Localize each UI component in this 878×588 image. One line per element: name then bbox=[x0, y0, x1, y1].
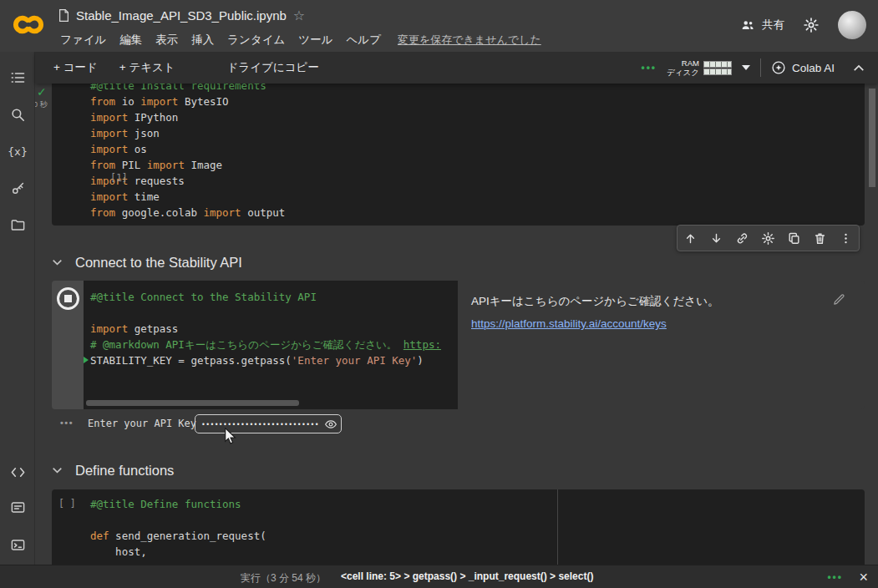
menu-runtime[interactable]: ランタイム bbox=[221, 33, 292, 48]
vertical-scrollbar[interactable] bbox=[869, 89, 875, 187]
code-token: PIL bbox=[115, 159, 147, 171]
menu-view[interactable]: 表示 bbox=[149, 33, 185, 48]
code-token: #@title Connect to the Stability API bbox=[90, 291, 317, 303]
code-token: def bbox=[90, 530, 109, 542]
mirror-cell-copy-icon[interactable] bbox=[781, 226, 807, 251]
copy-to-drive-button[interactable]: ドライブにコピー bbox=[227, 60, 319, 75]
menu-edit[interactable]: 編集 bbox=[113, 33, 149, 48]
star-icon[interactable]: ☆ bbox=[293, 9, 305, 23]
code-line: import time bbox=[90, 189, 865, 205]
notebook-title[interactable]: Stable_Image_API_SD3_Public.ipynb bbox=[76, 8, 287, 23]
colab-ai-button[interactable]: Colab AI bbox=[771, 60, 835, 75]
stop-execution-button[interactable] bbox=[57, 287, 79, 310]
save-status-link[interactable]: 変更を保存できませんでした bbox=[398, 33, 541, 48]
section-header-define[interactable]: Define functions bbox=[52, 460, 174, 480]
close-status-bar-icon[interactable]: × bbox=[859, 567, 868, 587]
colab-app: Stable_Image_API_SD3_Public.ipynb ☆ ファイル… bbox=[0, 0, 878, 588]
chevron-down-icon[interactable] bbox=[52, 467, 63, 474]
code-cell-define[interactable]: [ ] #@title Define functions def send_ge… bbox=[52, 489, 865, 565]
code-editor[interactable]: #@title Connect to the Stability API imp… bbox=[84, 281, 458, 409]
section-header-connect[interactable]: Connect to the Stability API bbox=[52, 252, 242, 272]
notebook-titlebar: Stable_Image_API_SD3_Public.ipynb ☆ bbox=[58, 8, 305, 23]
code-token: IPython bbox=[128, 111, 178, 124]
colab-logo[interactable] bbox=[9, 13, 48, 37]
code-cell-connect: #@title Connect to the Stability API imp… bbox=[52, 281, 865, 409]
code-token: os bbox=[128, 143, 147, 155]
code-token: import bbox=[90, 143, 128, 155]
share-button[interactable]: 共有 bbox=[739, 18, 784, 33]
menu-file[interactable]: ファイル bbox=[53, 33, 113, 48]
section-title[interactable]: Define functions bbox=[75, 463, 174, 479]
api-keys-link[interactable]: https://platform.stability.ai/account/ke… bbox=[471, 317, 667, 330]
secrets-key-icon[interactable] bbox=[8, 179, 27, 197]
menu-insert[interactable]: 挿入 bbox=[185, 33, 221, 48]
execution-dots-indicator[interactable]: ••• bbox=[641, 62, 657, 74]
user-avatar[interactable] bbox=[838, 11, 866, 39]
search-icon[interactable] bbox=[8, 105, 27, 124]
code-token: google.colab bbox=[115, 206, 203, 219]
status-bar: 実行（3 分 54 秒） <cell line: 5> > getpass() … bbox=[0, 565, 878, 588]
terminal-icon[interactable] bbox=[8, 535, 27, 554]
menu-tools[interactable]: ツール bbox=[292, 33, 339, 48]
execution-count[interactable]: [1] bbox=[110, 172, 128, 184]
horizontal-scrollbar[interactable] bbox=[86, 400, 299, 406]
password-input[interactable]: •••••••••••••••••••••••••••••• bbox=[195, 414, 342, 433]
code-token: import bbox=[203, 206, 241, 219]
code-line bbox=[90, 512, 865, 528]
table-of-contents-icon[interactable] bbox=[8, 68, 27, 87]
colab-ai-label: Colab AI bbox=[792, 62, 835, 74]
code-token: from bbox=[90, 95, 115, 108]
status-activity-dots[interactable]: ••• bbox=[827, 571, 843, 583]
code-line: def send_generation_request( bbox=[90, 528, 865, 544]
copy-cell-link-icon[interactable] bbox=[729, 226, 755, 251]
menu-help[interactable]: ヘルプ bbox=[340, 33, 388, 48]
move-cell-down-icon[interactable] bbox=[703, 226, 729, 251]
code-editor[interactable]: #@title Define functions def send_genera… bbox=[90, 496, 865, 560]
chevron-down-icon[interactable] bbox=[52, 259, 63, 266]
input-prompt-label: Enter your API Key bbox=[88, 418, 196, 429]
code-token: 'Enter your API Key' bbox=[292, 354, 418, 367]
command-palette-icon[interactable] bbox=[8, 498, 27, 516]
output-options-dots[interactable]: ••• bbox=[60, 418, 74, 428]
delete-cell-trash-icon[interactable] bbox=[807, 226, 833, 251]
cell-settings-gear-icon[interactable] bbox=[755, 226, 781, 251]
code-line: #@title Connect to the Stability API bbox=[90, 289, 458, 305]
resource-meter[interactable]: RAM ディスク bbox=[667, 58, 732, 77]
code-token: output bbox=[241, 206, 286, 219]
code-token: import bbox=[90, 322, 128, 335]
ram-meter-bar bbox=[703, 61, 732, 68]
code-token: time bbox=[128, 190, 160, 203]
code-token: send_generation_request( bbox=[109, 530, 266, 542]
code-line: #@title Install requirements bbox=[90, 84, 865, 94]
code-token: host, bbox=[90, 545, 147, 558]
edit-pencil-icon[interactable] bbox=[832, 292, 846, 307]
code-line: import requests bbox=[90, 173, 865, 189]
files-folder-icon[interactable] bbox=[8, 215, 27, 234]
add-text-button[interactable]: + テキスト bbox=[119, 60, 175, 75]
code-token: import bbox=[90, 127, 128, 139]
add-code-button[interactable]: + コード bbox=[53, 60, 98, 75]
code-cell-install[interactable]: [1] #@title Install requirementsfrom io … bbox=[52, 84, 865, 226]
colab-ai-icon bbox=[771, 60, 786, 75]
cell-gutter bbox=[52, 281, 84, 409]
code-line: import IPython bbox=[90, 109, 865, 125]
variables-icon[interactable]: {x} bbox=[8, 142, 27, 160]
move-cell-up-icon[interactable] bbox=[678, 226, 703, 251]
code-token: #@title Define functions bbox=[90, 498, 241, 510]
more-actions-kebab-icon[interactable] bbox=[833, 226, 859, 251]
executing-line-marker bbox=[84, 357, 89, 363]
disk-meter-bar bbox=[703, 68, 732, 75]
settings-gear-icon[interactable] bbox=[803, 17, 820, 33]
code-editor[interactable]: #@title Install requirementsfrom io impo… bbox=[90, 84, 865, 220]
stop-square-icon bbox=[64, 295, 72, 302]
collapse-header-chevron-up-icon[interactable] bbox=[853, 64, 865, 72]
section-title[interactable]: Connect to the Stability API bbox=[75, 255, 242, 271]
mouse-cursor bbox=[224, 428, 236, 445]
runtime-caret-down-icon[interactable] bbox=[742, 65, 750, 70]
code-line bbox=[90, 305, 458, 321]
code-token: Image bbox=[185, 159, 222, 171]
execution-count[interactable]: [ ] bbox=[58, 498, 76, 509]
code-token: ) bbox=[417, 354, 424, 367]
code-snippets-icon[interactable] bbox=[8, 463, 27, 481]
show-password-eye-icon[interactable] bbox=[324, 418, 337, 431]
